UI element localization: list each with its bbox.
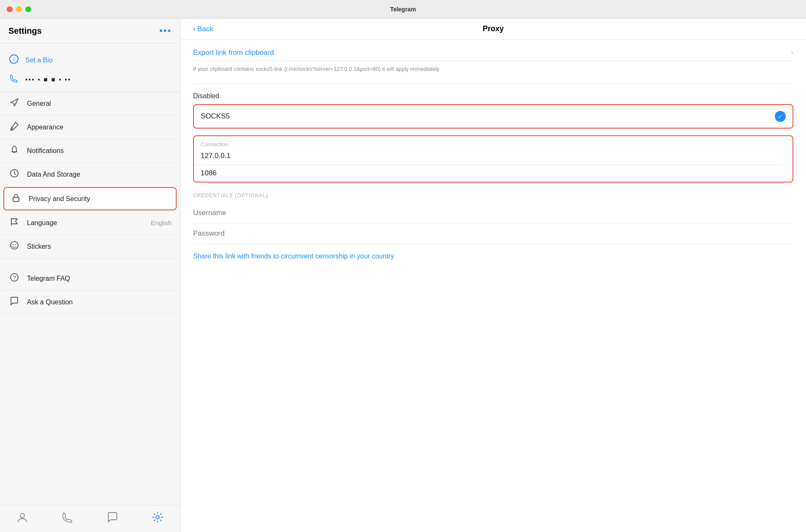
settings-bottom-icon[interactable] — [152, 511, 164, 526]
connection-header-label: Connection — [194, 136, 793, 148]
send-icon — [8, 98, 20, 109]
share-link[interactable]: Share this link with friends to circumve… — [193, 244, 793, 269]
chat-icon — [8, 296, 20, 308]
sidebar-item-data-storage[interactable]: Data And Storage — [0, 163, 180, 186]
proxy-title: Proxy — [483, 24, 504, 33]
notifications-label: Notifications — [27, 147, 172, 155]
chats-bottom-icon[interactable] — [107, 511, 118, 526]
stickers-label: Stickers — [27, 243, 172, 250]
export-link-row[interactable]: Export link from clipboard › — [193, 40, 793, 61]
export-description: If your clipboard contains socks5-link (… — [193, 61, 793, 84]
nav-section: General Appearance — [0, 92, 180, 505]
sidebar-item-ask[interactable]: Ask a Question — [0, 290, 180, 314]
sidebar-item-language[interactable]: Language English — [0, 211, 180, 235]
connection-port[interactable]: 1086 — [194, 165, 793, 182]
svg-point-5 — [11, 242, 18, 249]
svg-text:?: ? — [13, 274, 16, 281]
appearance-label: Appearance — [27, 124, 172, 131]
svg-point-10 — [20, 513, 24, 518]
connection-ip[interactable]: 127.0.0.1 — [194, 148, 793, 165]
username-input[interactable] — [193, 209, 793, 217]
contacts-bottom-icon[interactable] — [16, 511, 28, 526]
separator — [0, 258, 180, 267]
phone-number: ••• • ■ ■ • •• — [25, 76, 71, 83]
set-bio-item[interactable]: i Set a Bio — [8, 50, 172, 70]
export-link-label: Export link from clipboard — [193, 48, 274, 57]
ask-label: Ask a Question — [27, 298, 172, 306]
lock-icon — [10, 193, 22, 204]
password-row[interactable] — [193, 223, 793, 244]
maximize-button[interactable] — [25, 6, 31, 12]
app-container: Settings ••• i Set a Bio — [0, 19, 806, 532]
sidebar-item-general[interactable]: General — [0, 92, 180, 116]
chevron-right-icon: › — [791, 48, 793, 57]
language-label: Language — [27, 219, 144, 227]
brush-icon — [8, 121, 20, 133]
privacy-security-label: Privacy and Security — [29, 195, 170, 203]
sidebar-header: Settings ••• — [0, 19, 180, 43]
faq-label: Telegram FAQ — [27, 275, 172, 282]
svg-point-11 — [156, 516, 159, 519]
credentials-label: CREDENTIALS (OPTIONAL) — [193, 193, 793, 203]
question-icon: ? — [8, 273, 20, 284]
window-controls — [7, 6, 31, 12]
password-input[interactable] — [193, 229, 793, 238]
svg-rect-4 — [13, 197, 19, 202]
sticker-icon — [8, 241, 20, 252]
sidebar-item-faq[interactable]: ? Telegram FAQ — [0, 267, 180, 290]
bell-icon — [8, 145, 20, 156]
title-bar: Telegram — [0, 0, 806, 19]
svg-text:i: i — [13, 56, 15, 62]
svg-point-7 — [15, 244, 16, 245]
profile-section: i Set a Bio ••• • ■ ■ • •• — [0, 43, 180, 92]
connection-box: Connection 127.0.0.1 1086 — [193, 135, 793, 183]
flag-icon — [8, 217, 20, 228]
language-value: English — [151, 219, 172, 226]
sidebar-item-notifications[interactable]: Notifications — [0, 139, 180, 163]
general-label: General — [27, 100, 172, 107]
more-options-button[interactable]: ••• — [159, 25, 172, 36]
bottom-nav — [0, 505, 180, 532]
proxy-header: ‹ Back Proxy — [180, 19, 806, 40]
info-icon: i — [8, 54, 19, 66]
sidebar-item-appearance[interactable]: Appearance — [0, 116, 180, 139]
set-bio-label: Set a Bio — [25, 56, 53, 64]
username-row[interactable] — [193, 203, 793, 223]
sidebar-title: Settings — [8, 26, 42, 36]
clock-icon — [8, 169, 20, 180]
proxy-content: Export link from clipboard › If your cli… — [180, 40, 806, 269]
socks5-box[interactable]: SOCKS5 ✓ — [193, 104, 793, 129]
disabled-label: Disabled — [193, 84, 793, 104]
data-storage-label: Data And Storage — [27, 171, 172, 178]
app-title: Telegram — [390, 6, 416, 13]
sidebar: Settings ••• i Set a Bio — [0, 19, 180, 532]
minimize-button[interactable] — [16, 6, 22, 12]
main-content: ‹ Back Proxy Export link from clipboard … — [180, 19, 806, 532]
back-label: Back — [197, 25, 213, 33]
sidebar-item-stickers[interactable]: Stickers — [0, 235, 180, 258]
back-button[interactable]: ‹ Back — [193, 24, 213, 33]
phone-icon — [8, 74, 19, 85]
sidebar-item-privacy-security[interactable]: Privacy and Security — [3, 187, 177, 210]
close-button[interactable] — [7, 6, 13, 12]
phone-item[interactable]: ••• • ■ ■ • •• — [8, 70, 172, 91]
socks5-label: SOCKS5 — [201, 112, 230, 121]
socks5-check-icon: ✓ — [775, 111, 786, 122]
chevron-left-icon: ‹ — [193, 24, 196, 33]
svg-point-2 — [11, 128, 13, 129]
calls-bottom-icon[interactable] — [62, 511, 73, 526]
svg-point-6 — [13, 244, 13, 245]
